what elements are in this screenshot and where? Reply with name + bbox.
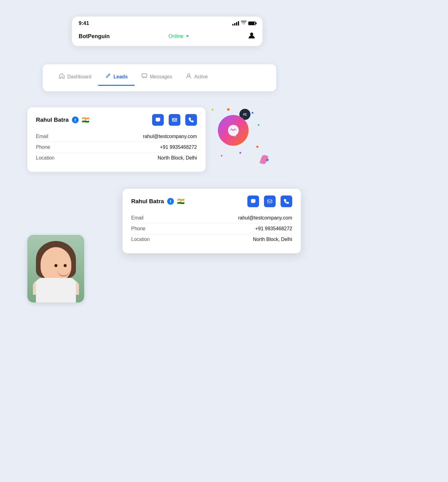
svg-rect-7: [268, 200, 272, 203]
confetti-dot-4: [256, 146, 258, 148]
phone-row-2: Phone +91 9935468272: [131, 223, 292, 234]
nav-tabs: Dashboard Leads Messages: [52, 70, 267, 86]
contact-card-back: Rahul Batra f 🇮🇳: [27, 107, 206, 172]
phone-label-1: Phone: [36, 144, 50, 150]
location-row-1: Location North Block, Delhi: [36, 153, 197, 163]
svg-point-0: [250, 33, 253, 36]
contact-card-front: Rahul Batra f 🇮🇳: [123, 189, 301, 253]
confetti-dot-5: [239, 152, 241, 154]
online-status: Online: [168, 33, 189, 39]
face: [41, 247, 71, 281]
india-flag-1: 🇮🇳: [82, 116, 89, 124]
location-value-2: North Block, Delhi: [253, 237, 292, 242]
tab-active[interactable]: Active: [179, 70, 214, 86]
status-time: 9:41: [79, 20, 89, 26]
contact-name-row-2: Rahul Batra f 🇮🇳: [131, 198, 185, 205]
svg-rect-1: [142, 74, 147, 77]
active-icon: [186, 73, 192, 81]
wifi-icon: [241, 21, 246, 26]
profile-photo: [27, 235, 84, 302]
tab-messages-label: Messages: [150, 74, 172, 80]
contact-name-1: Rahul Batra: [36, 117, 69, 123]
email-row-1: Email rahul@testcompany.com: [36, 131, 197, 142]
phone-label-2: Phone: [131, 226, 145, 231]
tab-leads[interactable]: Leads: [98, 70, 134, 86]
svg-point-2: [187, 74, 190, 76]
body: [36, 278, 76, 302]
svg-rect-6: [251, 199, 255, 203]
confetti-dot-2: [252, 112, 253, 114]
contact-header-1: Rahul Batra f 🇮🇳: [36, 114, 197, 126]
facebook-icon-2: f: [167, 198, 174, 205]
profile-icon[interactable]: [248, 31, 256, 41]
contact-header-2: Rahul Batra f 🇮🇳: [131, 196, 292, 207]
smile: [57, 270, 70, 276]
india-flag-2: 🇮🇳: [177, 198, 185, 205]
chat-button-2[interactable]: [247, 196, 259, 207]
messages-icon: [141, 73, 147, 81]
person-silhouette: [30, 241, 82, 302]
status-icons: [232, 21, 256, 26]
home-icon: [59, 73, 65, 81]
confetti-dot-7: [212, 109, 213, 110]
badge-label: #1: [243, 113, 247, 116]
confetti-dot-1: [227, 108, 230, 111]
phone-value-2: +91 9935468272: [255, 226, 292, 231]
contact-actions-1: [152, 114, 197, 126]
status-bar: 9:41: [72, 17, 262, 29]
nav-bar-card: Dashboard Leads Messages: [43, 64, 276, 91]
email-button-2[interactable]: [264, 196, 276, 207]
svg-rect-3: [156, 118, 160, 121]
app-header: BotPenguin Online: [72, 29, 262, 46]
phone-value-1: +91 9935468272: [160, 144, 197, 150]
location-row-2: Location North Block, Delhi: [131, 234, 292, 245]
tab-dashboard-label: Dashboard: [67, 74, 91, 80]
eye-right: [64, 264, 67, 267]
battery-icon: [248, 22, 256, 25]
location-label-1: Location: [36, 155, 55, 161]
online-label: Online: [168, 33, 183, 39]
confetti-dot-6: [221, 155, 222, 156]
chevron-down-icon: [186, 35, 189, 37]
phone-button-2[interactable]: [281, 196, 292, 207]
messenger-bubble: [218, 115, 249, 146]
eye-left: [54, 264, 57, 267]
email-button-1[interactable]: [169, 114, 180, 126]
phone-frame: 9:41 BotPenguin: [72, 17, 262, 46]
svg-rect-4: [172, 118, 177, 122]
location-value-1: North Block, Delhi: [158, 155, 197, 161]
contact-actions-2: [247, 196, 292, 207]
contact-name-2: Rahul Batra: [131, 198, 164, 205]
tab-dashboard[interactable]: Dashboard: [52, 70, 98, 86]
messenger-decoration: #1: [209, 106, 270, 167]
chat-button-1[interactable]: [152, 114, 164, 126]
tab-messages[interactable]: Messages: [135, 70, 179, 86]
facebook-icon-1: f: [72, 117, 79, 123]
signal-bars-icon: [232, 21, 239, 26]
email-value-2: rahul@testcompany.com: [238, 215, 292, 221]
tab-leads-label: Leads: [113, 74, 128, 80]
phone-row-1: Phone +91 9935468272: [36, 142, 197, 153]
scene: 9:41 BotPenguin: [27, 17, 298, 312]
tab-active-label: Active: [194, 74, 208, 80]
email-label-2: Email: [131, 215, 143, 221]
app-logo: BotPenguin: [79, 33, 110, 40]
contact-name-row-1: Rahul Batra f 🇮🇳: [36, 116, 89, 124]
confetti-dot-3: [258, 124, 259, 126]
leads-icon: [105, 73, 111, 81]
email-label-1: Email: [36, 134, 48, 139]
email-value-1: rahul@testcompany.com: [143, 134, 197, 139]
location-label-2: Location: [131, 237, 150, 242]
phone-button-1[interactable]: [185, 114, 197, 126]
email-row-2: Email rahul@testcompany.com: [131, 213, 292, 223]
